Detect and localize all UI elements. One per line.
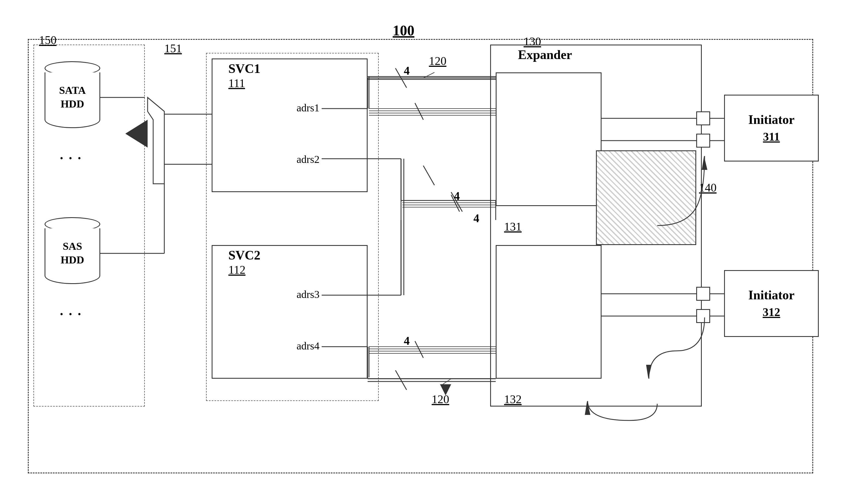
adrs4-label: adrs4 [296, 340, 320, 352]
sata-hdd: SATA HDD [44, 61, 100, 134]
initiator-311-label: Initiator 311 [748, 111, 795, 145]
label-150: 150 [39, 33, 56, 47]
hatch-area-140 [596, 150, 696, 245]
bus-label-120-top: 120 [429, 54, 447, 68]
bus-num-4: 4 [404, 334, 410, 347]
label-140: 140 [699, 181, 717, 194]
bus-label-120-bot: 120 [432, 393, 449, 406]
phy-square-bot-lower [696, 309, 710, 323]
adrs1-label: adrs1 [296, 102, 320, 114]
svc1-title: SVC1 [228, 61, 260, 76]
label-132: 132 [504, 393, 522, 406]
bus-num-1: 4 [404, 64, 410, 77]
phy-square-top-lower [696, 134, 710, 148]
bus-num-2: 4 [454, 190, 460, 203]
expander-inner-131 [496, 72, 601, 206]
label-130: 130 [524, 35, 541, 48]
initiator-312-box: Initiator 312 [724, 270, 819, 337]
label-112: 112 [228, 263, 245, 276]
label-100: 100 [393, 22, 414, 39]
adrs3-label: adrs3 [296, 288, 320, 301]
sata-label: SATA HDD [44, 84, 100, 111]
dots-storage: · · · [60, 150, 82, 166]
expander-title: Expander [518, 47, 572, 62]
adrs2-label: adrs2 [296, 153, 320, 165]
sas-hdd: SAS HDD [44, 217, 100, 290]
initiator-312-label: Initiator 312 [748, 287, 795, 320]
label-131: 131 [504, 220, 522, 233]
bus-num-3: 4 [473, 212, 479, 225]
dots-storage-2: · · · [60, 306, 82, 322]
label-111: 111 [228, 76, 245, 90]
expander-inner-132 [496, 245, 601, 379]
sas-label: SAS HDD [44, 239, 100, 267]
phy-square-bot-upper [696, 287, 710, 301]
phy-square-top-upper [696, 111, 710, 125]
initiator-311-box: Initiator 311 [724, 95, 819, 162]
label-151: 151 [164, 42, 182, 55]
svc2-title: SVC2 [228, 248, 260, 263]
